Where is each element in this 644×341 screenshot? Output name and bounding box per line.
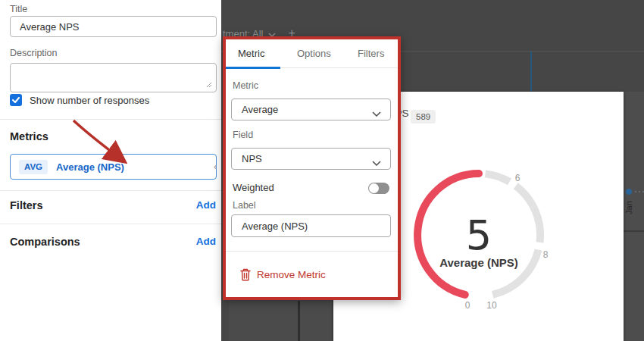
title-input[interactable] (10, 16, 217, 37)
background-chart-line (530, 52, 532, 92)
popup-tab-bar: Metric Options Filters (226, 39, 398, 68)
filters-section-header: Filters (10, 199, 43, 211)
show-responses-label: Show number of responses (30, 95, 149, 106)
section-divider (0, 224, 221, 224)
description-textarea[interactable] (10, 63, 217, 92)
description-field-label: Description (10, 48, 58, 58)
gauge-tick-0: 0 (465, 300, 470, 311)
chart-data-point-dot (626, 189, 632, 195)
tab-options[interactable]: Options (297, 48, 331, 59)
label-input-label: Label (233, 200, 256, 211)
widget-editor-screen: tment: All + Jan Average NPS 589 0 6 8 1… (0, 0, 644, 341)
tab-metric[interactable]: Metric (238, 48, 264, 59)
add-filter-link[interactable]: Add (196, 199, 216, 211)
trash-icon (240, 268, 251, 281)
popup-divider (226, 251, 398, 252)
chevron-down-icon (372, 108, 381, 119)
field-dropdown[interactable]: NPS (231, 148, 391, 170)
remove-metric-button[interactable]: Remove Metric (240, 265, 326, 283)
metrics-section-header: Metrics (10, 130, 48, 142)
checkmark-icon (12, 97, 20, 103)
textarea-resize-grip-icon[interactable] (206, 82, 212, 88)
gauge-track-arc-1 (486, 174, 510, 182)
strip-divider-line (624, 230, 644, 232)
chart-dotted-line (635, 191, 636, 192)
gauge-center-value: 5 (433, 215, 524, 256)
popup-pointer-caret: ‹ (214, 161, 217, 172)
annotation-arrow (67, 114, 139, 174)
toggle-knob (369, 183, 379, 193)
chevron-down-icon (372, 157, 381, 168)
show-responses-checkbox[interactable] (10, 94, 22, 106)
metric-dropdown-label: Metric (233, 80, 258, 91)
active-tab-underline (226, 67, 280, 69)
remove-metric-label: Remove Metric (257, 269, 326, 280)
gauge-center-caption: Average (NPS) (403, 256, 555, 269)
gauge-tick-10: 10 (486, 300, 497, 311)
show-responses-row[interactable]: Show number of responses (10, 94, 149, 106)
metric-dropdown-value: Average (242, 104, 278, 115)
weighted-toggle[interactable] (368, 183, 389, 194)
comparisons-section-header: Comparisons (10, 236, 80, 248)
axis-month-label: Jan (624, 198, 634, 217)
metric-dropdown[interactable]: Average (231, 99, 391, 120)
metric-editor-popup: Metric Options Filters Metric Average Fi… (223, 36, 401, 300)
field-dropdown-label: Field (233, 130, 253, 140)
title-field-label: Title (10, 4, 27, 14)
tile-gap-divider (298, 301, 300, 341)
metric-aggregation-chip: AVG (19, 160, 48, 174)
gauge-tick-6: 6 (515, 173, 521, 183)
section-divider (0, 190, 221, 191)
dimmed-widget-tiles (229, 301, 332, 341)
tab-filters[interactable]: Filters (358, 48, 384, 59)
metric-label-input[interactable] (231, 214, 391, 237)
weighted-label: Weighted (233, 182, 274, 193)
field-dropdown-value: NPS (242, 153, 262, 164)
add-comparison-link[interactable]: Add (196, 236, 216, 247)
background-chart-strip: Jan (624, 92, 644, 341)
